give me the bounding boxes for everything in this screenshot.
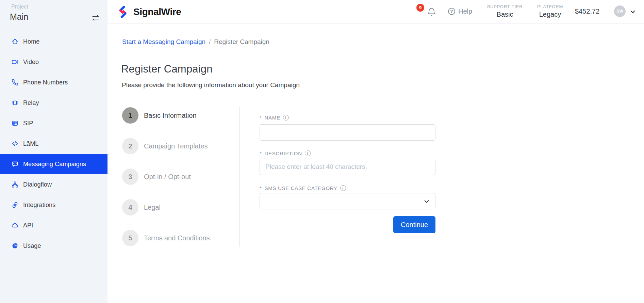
chevron-down-icon[interactable] xyxy=(629,9,636,15)
signalwire-logo[interactable]: SignalWire xyxy=(117,0,181,23)
sidebar-item-label: SIP xyxy=(23,120,33,127)
project-name: Main xyxy=(10,12,28,22)
sidebar-item-home[interactable]: Home xyxy=(0,31,108,52)
bell-icon[interactable] xyxy=(427,7,436,16)
breadcrumb-link-start-messaging-campaign[interactable]: Start a Messaging Campaign xyxy=(122,38,205,46)
step-campaign-templates[interactable]: 2 Campaign Templates xyxy=(122,138,210,154)
sidebar-item-label: API xyxy=(23,222,33,229)
description-field-label: *DESCRIPTION i xyxy=(260,150,311,156)
page-title: Register Campaign xyxy=(121,63,213,75)
step-number-badge: 3 xyxy=(122,169,138,185)
platform-block: PLATFORM Legacy xyxy=(530,4,570,18)
home-icon xyxy=(11,38,19,45)
required-marker: * xyxy=(260,150,262,156)
code-icon xyxy=(11,140,19,147)
step-terms-and-conditions[interactable]: 5 Terms and Conditions xyxy=(122,230,210,246)
notification-count-badge[interactable]: 9 xyxy=(416,4,424,12)
help-label: Help xyxy=(458,7,472,15)
step-label: Opt-in / Opt-out xyxy=(144,173,191,181)
chat-bubble-icon xyxy=(11,160,19,168)
sidebar-nav: Home Video Phone Numbers Relay SIP LāML xyxy=(0,31,108,256)
step-label: Basic Information xyxy=(144,112,197,119)
step-opt-in-opt-out[interactable]: 3 Opt-in / Opt-out xyxy=(122,169,210,185)
sidebar-item-label: Relay xyxy=(23,99,39,107)
sidebar-item-label: Integrations xyxy=(23,202,55,209)
info-icon[interactable]: i xyxy=(283,115,289,121)
sidebar-item-integrations[interactable]: Integrations xyxy=(0,195,108,215)
page-subtitle: Please provide the following information… xyxy=(122,81,300,89)
support-tier-label: SUPPORT TIER xyxy=(482,4,528,9)
topbar: SignalWire 9 ? Help SUPPORT TIER Basic P… xyxy=(108,0,644,23)
sidebar-item-label: LāML xyxy=(23,140,38,147)
question-mark-icon: ? xyxy=(448,8,455,15)
help-button[interactable]: ? Help xyxy=(448,7,472,15)
step-basic-information[interactable]: 1 Basic Information xyxy=(122,107,210,124)
chip-icon xyxy=(11,99,19,107)
sms-use-case-select[interactable] xyxy=(260,193,435,209)
step-number-badge: 2 xyxy=(122,138,138,154)
project-label: Project xyxy=(11,4,28,10)
breadcrumb-separator: / xyxy=(209,38,211,46)
sidebar-item-messaging-campaigns[interactable]: Messaging Campaigns xyxy=(0,154,108,174)
sidebar-item-label: Home xyxy=(23,38,39,45)
step-number-badge: 1 xyxy=(122,107,138,124)
info-icon[interactable]: i xyxy=(305,150,311,156)
sms-use-case-field-label: *SMS USE CASE CATEGORY i xyxy=(260,185,346,191)
sidebar-item-label: Messaging Campaigns xyxy=(23,161,86,168)
step-number-badge: 5 xyxy=(122,230,138,246)
sidebar-item-label: Dialogflow xyxy=(23,181,52,188)
sidebar-item-laml[interactable]: LāML xyxy=(0,133,108,154)
support-tier-block: SUPPORT TIER Basic xyxy=(482,4,528,18)
signalwire-logo-icon xyxy=(117,6,129,18)
platform-value: Legacy xyxy=(530,11,570,18)
step-legal[interactable]: 4 Legal xyxy=(122,199,210,216)
brand-name: SignalWire xyxy=(133,6,181,17)
sidebar-item-usage[interactable]: Usage xyxy=(0,236,108,256)
phone-handset-icon xyxy=(11,79,19,86)
breadcrumb-current: Register Campaign xyxy=(214,38,269,46)
video-camera-icon xyxy=(11,58,19,66)
support-tier-value: Basic xyxy=(482,11,528,18)
wizard-steps: 1 Basic Information 2 Campaign Templates… xyxy=(122,107,210,246)
pie-chart-icon xyxy=(11,242,19,250)
step-label: Campaign Templates xyxy=(144,142,208,150)
chevron-down-icon xyxy=(423,198,430,205)
platform-label: PLATFORM xyxy=(530,4,570,9)
required-marker: * xyxy=(260,115,262,121)
switch-project-icon[interactable] xyxy=(91,13,100,22)
sidebar-item-relay[interactable]: Relay xyxy=(0,93,108,113)
register-campaign-form: *NAME i *DESCRIPTION i *SMS USE CASE CAT… xyxy=(260,115,435,251)
account-balance: $452.72 xyxy=(575,7,599,15)
sidebar: Project Main Home Video Phone Numbers Re… xyxy=(0,0,108,303)
breadcrumb: Start a Messaging Campaign / Register Ca… xyxy=(122,38,269,46)
description-label-text: DESCRIPTION xyxy=(265,150,302,156)
name-label-text: NAME xyxy=(265,115,280,121)
sidebar-item-label: Usage xyxy=(23,242,41,250)
step-number-badge: 4 xyxy=(122,199,138,216)
app-window: Project Main Home Video Phone Numbers Re… xyxy=(0,0,644,303)
cloud-icon xyxy=(11,222,19,229)
steps-form-divider xyxy=(239,107,240,247)
sidebar-item-video[interactable]: Video xyxy=(0,52,108,72)
avatar[interactable]: SW xyxy=(614,5,626,17)
sidebar-item-sip[interactable]: SIP xyxy=(0,113,108,133)
name-field-label: *NAME i xyxy=(260,115,289,121)
sitemap-icon xyxy=(11,181,19,188)
continue-button[interactable]: Continue xyxy=(393,216,435,233)
description-input[interactable] xyxy=(260,159,435,175)
sms-use-case-label-text: SMS USE CASE CATEGORY xyxy=(265,185,337,191)
name-input[interactable] xyxy=(260,124,435,141)
sidebar-item-label: Phone Numbers xyxy=(23,79,68,86)
link-icon xyxy=(11,201,19,209)
project-switcher: Project Main xyxy=(0,0,108,31)
desk-phone-icon xyxy=(11,119,19,127)
step-label: Legal xyxy=(144,204,161,211)
info-icon[interactable]: i xyxy=(340,185,346,191)
step-label: Terms and Conditions xyxy=(144,234,210,242)
sidebar-item-label: Video xyxy=(23,59,39,66)
sidebar-item-dialogflow[interactable]: Dialogflow xyxy=(0,174,108,195)
required-marker: * xyxy=(260,185,262,191)
sidebar-item-phone-numbers[interactable]: Phone Numbers xyxy=(0,72,108,93)
sidebar-item-api[interactable]: API xyxy=(0,215,108,236)
